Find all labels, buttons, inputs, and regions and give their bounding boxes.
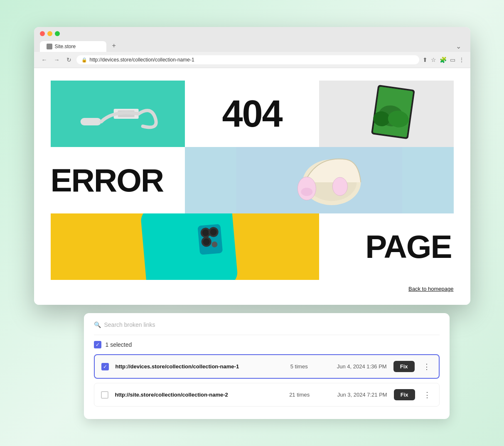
error-page-content: 404 [34,68,470,305]
row-2-times: 21 times [285,392,314,398]
row-1-fix-button[interactable]: Fix [393,361,415,372]
row-1-url: http://devices.store/collection/collecti… [116,363,278,370]
row-1-more-button[interactable]: ⋮ [421,362,432,371]
broken-link-row-1: ✓ http://devices.store/collection/collec… [94,354,440,379]
row-2-date: Jun 3, 2024 7:21 PM [321,392,387,398]
browser-chrome: Site.store + ⌄ [34,27,470,52]
lock-icon: 🔒 [81,57,87,63]
share-icon[interactable]: ⬆ [423,56,428,63]
row-1-checkbox[interactable]: ✓ [101,363,109,370]
page-word-text: PAGE [365,228,451,266]
error-number: 404 [185,81,319,147]
close-button[interactable] [40,31,45,36]
extension-icon[interactable]: 🧩 [440,56,447,63]
url-bar[interactable]: 🔒 http://devices.store/collection/collec… [76,55,419,64]
tab-title: Site.store [55,44,76,49]
search-placeholder[interactable]: Search broken links [104,321,155,328]
toolbar-icons: ⬆ ☆ 🧩 ▭ ⋮ [423,56,465,63]
bookmark-icon[interactable]: ☆ [431,56,436,63]
back-to-homepage-link[interactable]: Back to homepage [408,286,453,292]
back-link-row: Back to homepage [51,280,454,292]
error-number-text: 404 [222,93,282,135]
active-tab[interactable]: Site.store [40,41,106,52]
broken-links-panel: 🔍 Search broken links ✓ 1 selected ✓ htt… [84,313,450,419]
traffic-lights [40,31,465,36]
url-text: http://devices.store/collection/collecti… [90,57,194,63]
phone-image [51,213,320,280]
selected-row: ✓ 1 selected [94,335,440,354]
svg-rect-3 [80,118,101,125]
tab-favicon [47,44,52,49]
more-icon[interactable]: ⋮ [459,56,465,63]
sidebar-icon[interactable]: ▭ [450,56,455,63]
new-tab-button[interactable]: + [108,39,120,52]
tab-menu-button[interactable]: ⌄ [452,41,465,52]
row-2-fix-button[interactable]: Fix [394,389,415,400]
row-1-times: 5 times [285,363,314,370]
tablet-image [319,81,453,147]
row-2-url: http://site.store/collection/collection-… [115,392,278,398]
error-word-text: ERROR [51,162,164,199]
row-2-checkbox[interactable] [101,391,108,399]
row-2-more-button[interactable]: ⋮ [422,390,433,399]
svg-point-16 [332,177,347,196]
svg-rect-18 [140,213,238,280]
search-icon: 🔍 [94,321,101,328]
error-word: ERROR [51,147,185,213]
row-1-date: Jun 4, 2024 1:36 PM [320,363,387,370]
search-row: 🔍 Search broken links [94,321,440,335]
back-button[interactable]: ← [40,56,49,64]
maximize-button[interactable] [55,31,60,36]
minimize-button[interactable] [47,31,52,36]
error-grid: 404 [51,81,454,280]
cables-image [51,81,185,147]
tab-bar: Site.store + ⌄ [40,39,465,52]
forward-button[interactable]: → [52,56,61,64]
browser-window: Site.store + ⌄ ← → ↻ 🔒 http://devices.st… [34,27,470,305]
svg-point-15 [301,188,312,196]
address-bar: ← → ↻ 🔒 http://devices.store/collection/… [34,52,470,68]
earbuds-image [185,147,454,213]
select-all-checkbox[interactable]: ✓ [94,341,101,348]
selected-count: 1 selected [106,341,132,348]
broken-link-row-2: http://site.store/collection/collection-… [94,383,440,407]
refresh-button[interactable]: ↻ [65,56,73,64]
page-word: PAGE [319,213,453,280]
